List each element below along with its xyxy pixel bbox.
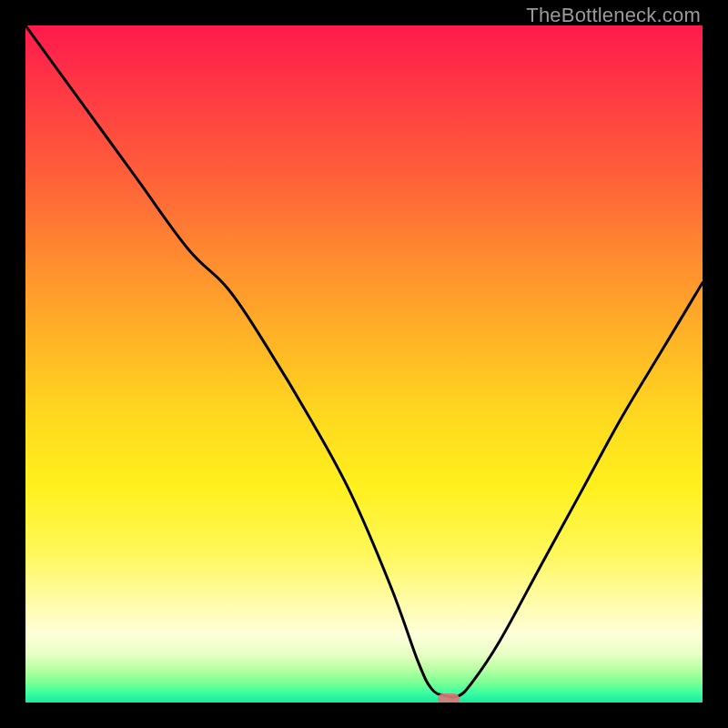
chart-frame: TheBottleneck.com — [0, 0, 728, 728]
plot-area — [25, 25, 703, 703]
minimum-marker — [438, 693, 460, 703]
bottleneck-curve — [25, 25, 703, 703]
watermark-text: TheBottleneck.com — [526, 4, 701, 27]
curve-path — [25, 25, 703, 697]
